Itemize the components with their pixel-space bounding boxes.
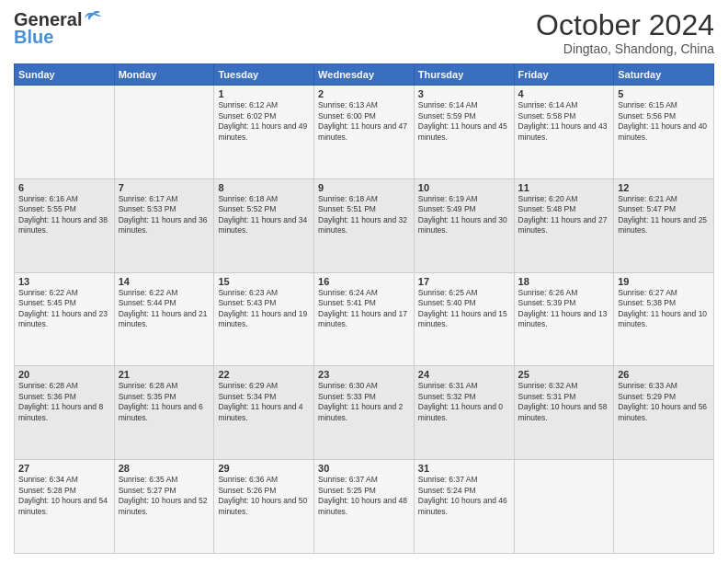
- calendar-day-cell: 13Sunrise: 6:22 AMSunset: 5:45 PMDayligh…: [15, 272, 115, 366]
- day-info: Sunrise: 6:14 AMSunset: 5:59 PMDaylight:…: [418, 100, 510, 143]
- header-row: SundayMondayTuesdayWednesdayThursdayFrid…: [15, 64, 714, 86]
- calendar-header: SundayMondayTuesdayWednesdayThursdayFrid…: [15, 64, 714, 86]
- calendar-week-row: 13Sunrise: 6:22 AMSunset: 5:45 PMDayligh…: [15, 272, 714, 366]
- day-number: 9: [318, 182, 410, 193]
- day-info: Sunrise: 6:26 AMSunset: 5:39 PMDaylight:…: [518, 288, 610, 330]
- day-of-week-header: Sunday: [15, 64, 115, 86]
- calendar-day-cell: 25Sunrise: 6:32 AMSunset: 5:31 PMDayligh…: [514, 366, 614, 460]
- calendar-day-cell: 14Sunrise: 6:22 AMSunset: 5:44 PMDayligh…: [114, 272, 214, 366]
- day-info: Sunrise: 6:22 AMSunset: 5:44 PMDaylight:…: [119, 288, 210, 330]
- calendar-day-cell: [614, 460, 714, 554]
- day-number: 28: [119, 463, 210, 474]
- day-number: 26: [618, 369, 710, 380]
- day-info: Sunrise: 6:33 AMSunset: 5:29 PMDaylight:…: [618, 381, 710, 423]
- day-number: 17: [418, 276, 510, 287]
- header: General Blue October 2024 Dingtao, Shand…: [14, 9, 714, 56]
- day-number: 16: [318, 276, 410, 287]
- logo: General Blue: [14, 9, 104, 48]
- calendar-day-cell: 2Sunrise: 6:13 AMSunset: 6:00 PMDaylight…: [314, 86, 415, 179]
- day-info: Sunrise: 6:28 AMSunset: 5:35 PMDaylight:…: [119, 381, 210, 423]
- day-number: 20: [18, 369, 110, 380]
- day-info: Sunrise: 6:37 AMSunset: 5:25 PMDaylight:…: [318, 475, 410, 517]
- day-number: 6: [18, 182, 110, 193]
- calendar-day-cell: [15, 86, 115, 179]
- calendar-day-cell: 16Sunrise: 6:24 AMSunset: 5:41 PMDayligh…: [314, 272, 415, 366]
- day-info: Sunrise: 6:36 AMSunset: 5:26 PMDaylight:…: [218, 475, 310, 517]
- calendar-day-cell: 30Sunrise: 6:37 AMSunset: 5:25 PMDayligh…: [314, 460, 415, 554]
- day-of-week-header: Friday: [514, 64, 614, 86]
- day-info: Sunrise: 6:34 AMSunset: 5:28 PMDaylight:…: [18, 475, 110, 517]
- day-of-week-header: Saturday: [614, 64, 714, 86]
- day-info: Sunrise: 6:27 AMSunset: 5:38 PMDaylight:…: [618, 288, 710, 330]
- calendar-day-cell: 22Sunrise: 6:29 AMSunset: 5:34 PMDayligh…: [214, 366, 314, 460]
- logo-bird-icon: [84, 11, 104, 26]
- calendar-day-cell: 20Sunrise: 6:28 AMSunset: 5:36 PMDayligh…: [15, 366, 115, 460]
- day-info: Sunrise: 6:16 AMSunset: 5:55 PMDaylight:…: [18, 194, 110, 236]
- calendar-day-cell: 4Sunrise: 6:14 AMSunset: 5:58 PMDaylight…: [514, 86, 614, 179]
- day-of-week-header: Wednesday: [314, 64, 415, 86]
- calendar-day-cell: 17Sunrise: 6:25 AMSunset: 5:40 PMDayligh…: [414, 272, 514, 366]
- month-title: October 2024: [536, 9, 714, 41]
- day-info: Sunrise: 6:29 AMSunset: 5:34 PMDaylight:…: [218, 381, 310, 423]
- day-number: 11: [518, 182, 610, 193]
- calendar-week-row: 6Sunrise: 6:16 AMSunset: 5:55 PMDaylight…: [15, 178, 714, 272]
- calendar-day-cell: 9Sunrise: 6:18 AMSunset: 5:51 PMDaylight…: [314, 178, 415, 272]
- calendar-day-cell: 21Sunrise: 6:28 AMSunset: 5:35 PMDayligh…: [114, 366, 214, 460]
- day-info: Sunrise: 6:19 AMSunset: 5:49 PMDaylight:…: [418, 194, 510, 236]
- day-info: Sunrise: 6:22 AMSunset: 5:45 PMDaylight:…: [18, 288, 110, 330]
- day-info: Sunrise: 6:31 AMSunset: 5:32 PMDaylight:…: [418, 381, 510, 423]
- day-info: Sunrise: 6:21 AMSunset: 5:47 PMDaylight:…: [618, 194, 710, 236]
- calendar-day-cell: 31Sunrise: 6:37 AMSunset: 5:24 PMDayligh…: [414, 460, 514, 554]
- day-info: Sunrise: 6:18 AMSunset: 5:52 PMDaylight:…: [218, 194, 310, 236]
- day-info: Sunrise: 6:23 AMSunset: 5:43 PMDaylight:…: [218, 288, 310, 330]
- day-of-week-header: Tuesday: [214, 64, 314, 86]
- calendar-day-cell: 3Sunrise: 6:14 AMSunset: 5:59 PMDaylight…: [414, 86, 514, 179]
- day-number: 23: [318, 369, 410, 380]
- calendar-day-cell: 5Sunrise: 6:15 AMSunset: 5:56 PMDaylight…: [614, 86, 714, 179]
- day-number: 14: [119, 276, 210, 287]
- day-number: 12: [618, 182, 710, 193]
- day-info: Sunrise: 6:13 AMSunset: 6:00 PMDaylight:…: [318, 100, 410, 143]
- calendar-day-cell: 23Sunrise: 6:30 AMSunset: 5:33 PMDayligh…: [314, 366, 415, 460]
- day-number: 24: [418, 369, 510, 380]
- day-info: Sunrise: 6:35 AMSunset: 5:27 PMDaylight:…: [119, 475, 210, 517]
- calendar-day-cell: 6Sunrise: 6:16 AMSunset: 5:55 PMDaylight…: [15, 178, 115, 272]
- day-number: 7: [119, 182, 210, 193]
- calendar-day-cell: [514, 460, 614, 554]
- calendar-week-row: 20Sunrise: 6:28 AMSunset: 5:36 PMDayligh…: [15, 366, 714, 460]
- day-info: Sunrise: 6:18 AMSunset: 5:51 PMDaylight:…: [318, 194, 410, 236]
- day-number: 5: [618, 88, 710, 99]
- title-section: October 2024 Dingtao, Shandong, China: [536, 9, 714, 56]
- calendar-day-cell: 10Sunrise: 6:19 AMSunset: 5:49 PMDayligh…: [414, 178, 514, 272]
- day-number: 22: [218, 369, 310, 380]
- calendar-body: 1Sunrise: 6:12 AMSunset: 6:02 PMDaylight…: [15, 86, 714, 554]
- day-info: Sunrise: 6:32 AMSunset: 5:31 PMDaylight:…: [518, 381, 610, 423]
- day-number: 15: [218, 276, 310, 287]
- day-info: Sunrise: 6:37 AMSunset: 5:24 PMDaylight:…: [418, 475, 510, 517]
- day-of-week-header: Thursday: [414, 64, 514, 86]
- calendar-week-row: 1Sunrise: 6:12 AMSunset: 6:02 PMDaylight…: [15, 86, 714, 179]
- calendar-week-row: 27Sunrise: 6:34 AMSunset: 5:28 PMDayligh…: [15, 460, 714, 554]
- day-number: 19: [618, 276, 710, 287]
- location: Dingtao, Shandong, China: [536, 41, 714, 56]
- day-number: 21: [119, 369, 210, 380]
- day-number: 31: [418, 463, 510, 474]
- calendar-day-cell: 11Sunrise: 6:20 AMSunset: 5:48 PMDayligh…: [514, 178, 614, 272]
- day-number: 2: [318, 88, 410, 99]
- calendar-day-cell: 19Sunrise: 6:27 AMSunset: 5:38 PMDayligh…: [614, 272, 714, 366]
- calendar-day-cell: 26Sunrise: 6:33 AMSunset: 5:29 PMDayligh…: [614, 366, 714, 460]
- day-info: Sunrise: 6:14 AMSunset: 5:58 PMDaylight:…: [518, 100, 610, 143]
- calendar-day-cell: [114, 86, 214, 179]
- day-info: Sunrise: 6:12 AMSunset: 6:02 PMDaylight:…: [218, 100, 310, 143]
- calendar-day-cell: 28Sunrise: 6:35 AMSunset: 5:27 PMDayligh…: [114, 460, 214, 554]
- day-info: Sunrise: 6:17 AMSunset: 5:53 PMDaylight:…: [119, 194, 210, 236]
- day-number: 27: [18, 463, 110, 474]
- calendar-day-cell: 18Sunrise: 6:26 AMSunset: 5:39 PMDayligh…: [514, 272, 614, 366]
- calendar-day-cell: 24Sunrise: 6:31 AMSunset: 5:32 PMDayligh…: [414, 366, 514, 460]
- logo-blue-text: Blue: [14, 27, 53, 48]
- calendar-day-cell: 15Sunrise: 6:23 AMSunset: 5:43 PMDayligh…: [214, 272, 314, 366]
- day-info: Sunrise: 6:15 AMSunset: 5:56 PMDaylight:…: [618, 100, 710, 143]
- day-number: 18: [518, 276, 610, 287]
- day-number: 3: [418, 88, 510, 99]
- day-of-week-header: Monday: [114, 64, 214, 86]
